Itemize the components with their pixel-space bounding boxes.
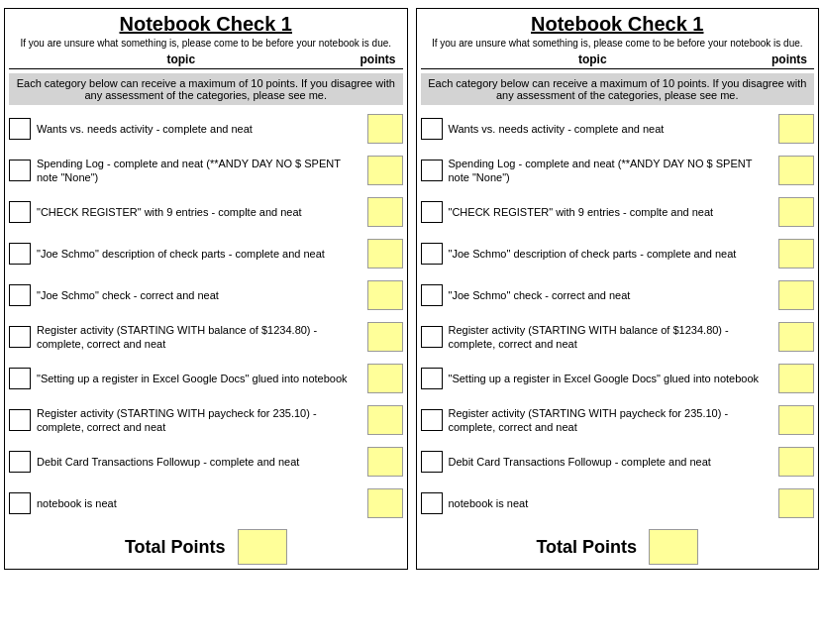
topic-header: topic [9, 53, 354, 66]
list-item: "Setting up a register in Excel Google D… [9, 361, 403, 396]
checkbox[interactable] [421, 243, 443, 265]
checkbox[interactable] [421, 451, 443, 473]
checkbox[interactable] [421, 492, 443, 514]
points-header: points [354, 53, 403, 66]
item-label: Register activity (STARTING WITH paychec… [37, 406, 361, 435]
score-box[interactable] [778, 197, 814, 227]
item-label: Debit Card Transactions Followup - compl… [449, 455, 773, 469]
score-box[interactable] [778, 156, 814, 185]
header-row: topicpoints [9, 53, 403, 69]
list-item: notebook is neat [9, 485, 403, 521]
checkbox[interactable] [421, 409, 443, 431]
checkbox[interactable] [421, 326, 443, 348]
score-box[interactable] [367, 322, 403, 352]
topic-header: topic [421, 53, 766, 66]
list-item: Debit Card Transactions Followup - compl… [9, 444, 403, 480]
score-box[interactable] [367, 447, 403, 477]
total-label: Total Points [536, 537, 637, 558]
score-box[interactable] [778, 364, 814, 393]
list-item: "CHECK REGISTER" with 9 entries - complt… [9, 194, 403, 230]
score-box[interactable] [367, 488, 403, 518]
score-box[interactable] [778, 239, 814, 268]
item-label: "Joe Schmo" description of check parts -… [449, 247, 773, 261]
column-subtitle: If you are unsure what something is, ple… [421, 38, 815, 49]
page-container: Notebook Check 1If you are unsure what s… [0, 0, 823, 578]
list-item: Spending Log - complete and neat (**ANDY… [421, 153, 815, 188]
checkbox[interactable] [9, 160, 31, 181]
list-item: "Joe Schmo" description of check parts -… [9, 236, 403, 271]
checkbox[interactable] [9, 492, 31, 514]
checkbox[interactable] [9, 201, 31, 223]
checkbox[interactable] [421, 284, 443, 306]
list-item: Register activity (STARTING WITH balance… [421, 319, 815, 355]
checkbox[interactable] [9, 243, 31, 265]
total-row: Total Points [9, 529, 403, 565]
score-box[interactable] [367, 364, 403, 393]
checkbox[interactable] [9, 326, 31, 348]
total-box[interactable] [238, 529, 287, 565]
list-item: "Setting up a register in Excel Google D… [421, 361, 815, 396]
item-label: "Joe Schmo" check - correct and neat [449, 288, 773, 302]
list-item: Register activity (STARTING WITH paychec… [9, 402, 403, 438]
item-label: "Setting up a register in Excel Google D… [449, 372, 773, 385]
score-box[interactable] [367, 114, 403, 144]
list-item: Wants vs. needs activity - complete and … [9, 111, 403, 147]
header-row: topicpoints [421, 53, 815, 69]
list-item: "Joe Schmo" check - correct and neat [421, 277, 815, 313]
points-header: points [765, 53, 814, 66]
score-box[interactable] [778, 488, 814, 518]
item-label: notebook is neat [449, 496, 773, 510]
item-label: "CHECK REGISTER" with 9 entries - complt… [37, 205, 361, 219]
list-item: Wants vs. needs activity - complete and … [421, 111, 815, 147]
total-box[interactable] [649, 529, 698, 565]
checkbox[interactable] [9, 284, 31, 306]
checkbox[interactable] [421, 118, 443, 140]
item-label: Debit Card Transactions Followup - compl… [37, 455, 361, 469]
item-label: "Joe Schmo" description of check parts -… [37, 247, 361, 261]
score-box[interactable] [367, 156, 403, 185]
item-label: Register activity (STARTING WITH paychec… [449, 406, 773, 435]
list-item: Register activity (STARTING WITH balance… [9, 319, 403, 355]
list-item: Spending Log - complete and neat (**ANDY… [9, 153, 403, 188]
list-item: "CHECK REGISTER" with 9 entries - complt… [421, 194, 815, 230]
list-item: "Joe Schmo" description of check parts -… [421, 236, 815, 271]
item-label: Wants vs. needs activity - complete and … [449, 122, 773, 136]
score-box[interactable] [778, 280, 814, 310]
score-box[interactable] [778, 447, 814, 477]
column-title: Notebook Check 1 [9, 13, 403, 36]
checkbox[interactable] [421, 368, 443, 389]
score-box[interactable] [367, 280, 403, 310]
total-label: Total Points [125, 537, 226, 558]
list-item: notebook is neat [421, 485, 815, 521]
checkbox[interactable] [9, 409, 31, 431]
column-1: Notebook Check 1If you are unsure what s… [416, 8, 820, 570]
checkbox[interactable] [9, 118, 31, 140]
score-box[interactable] [367, 239, 403, 268]
item-label: Wants vs. needs activity - complete and … [37, 122, 361, 136]
item-label: notebook is neat [37, 496, 361, 510]
column-subtitle: If you are unsure what something is, ple… [9, 38, 403, 49]
column-0: Notebook Check 1If you are unsure what s… [4, 8, 408, 570]
item-label: "Joe Schmo" check - correct and neat [37, 288, 361, 302]
checkbox[interactable] [9, 368, 31, 389]
checkbox[interactable] [421, 160, 443, 181]
info-box: Each category below can receive a maximu… [421, 73, 815, 105]
info-box: Each category below can receive a maximu… [9, 73, 403, 105]
item-label: "Setting up a register in Excel Google D… [37, 372, 361, 385]
score-box[interactable] [778, 114, 814, 144]
score-box[interactable] [778, 405, 814, 435]
score-box[interactable] [778, 322, 814, 352]
checkbox[interactable] [9, 451, 31, 473]
list-item: Register activity (STARTING WITH paychec… [421, 402, 815, 438]
item-label: Spending Log - complete and neat (**ANDY… [449, 157, 773, 185]
item-label: Register activity (STARTING WITH balance… [37, 323, 361, 352]
column-title: Notebook Check 1 [421, 13, 815, 36]
score-box[interactable] [367, 405, 403, 435]
score-box[interactable] [367, 197, 403, 227]
item-label: Spending Log - complete and neat (**ANDY… [37, 157, 361, 185]
item-label: "CHECK REGISTER" with 9 entries - complt… [449, 205, 773, 219]
total-row: Total Points [421, 529, 815, 565]
list-item: Debit Card Transactions Followup - compl… [421, 444, 815, 480]
list-item: "Joe Schmo" check - correct and neat [9, 277, 403, 313]
checkbox[interactable] [421, 201, 443, 223]
